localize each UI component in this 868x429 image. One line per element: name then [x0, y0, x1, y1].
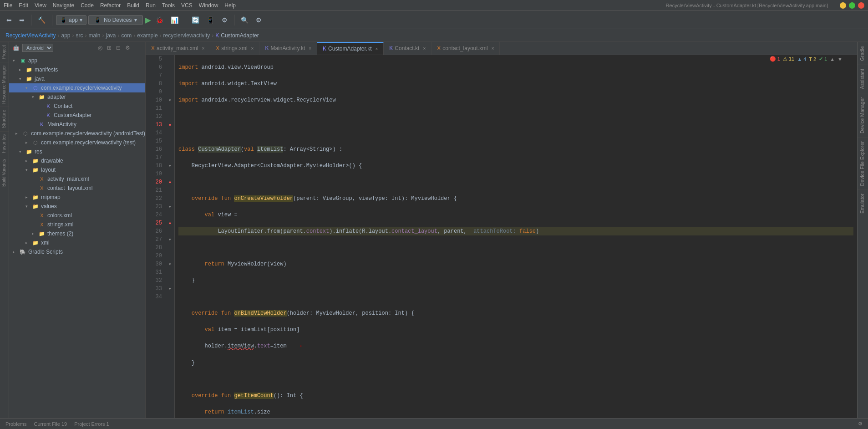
no-devices-dropdown[interactable]: 📱 No Devices ▾: [88, 15, 143, 25]
nav-up-icon[interactable]: ▲: [830, 56, 835, 62]
close-button[interactable]: ×: [858, 2, 864, 9]
tree-item-adapter[interactable]: ▾ 📁 adapter: [9, 92, 145, 102]
status-project-errors[interactable]: Project Errors 1: [74, 421, 109, 427]
tree-item-contact[interactable]: ▸ K Contact: [9, 102, 145, 111]
breadcrumb-file[interactable]: CustomAdapter: [221, 32, 259, 39]
tree-item-values[interactable]: ▾ 📁 values: [9, 202, 145, 211]
tree-item-activity-main-xml[interactable]: ▸ X activity_main.xml: [9, 174, 145, 184]
tree-item-mainactivity[interactable]: ▸ K MainActivity: [9, 120, 145, 129]
tab-contact-layout-xml[interactable]: X contact_layout.xml ×: [431, 42, 500, 55]
minimize-button[interactable]: _: [840, 2, 846, 9]
tree-item-xml[interactable]: ▸ 📁 xml: [9, 238, 145, 247]
tab-contact-kt[interactable]: K Contact.kt ×: [384, 42, 431, 55]
gutter-13[interactable]: ●: [166, 121, 174, 129]
settings-button[interactable]: ⚙: [253, 15, 264, 25]
project-view-select[interactable]: Android Project: [22, 44, 53, 52]
tab-close-contact-layout[interactable]: ×: [492, 46, 494, 51]
maximize-button[interactable]: □: [849, 2, 855, 9]
resource-manager-label[interactable]: Resource Manager: [0, 62, 9, 107]
breadcrumb-java[interactable]: java: [106, 32, 116, 39]
tree-item-contact-layout-xml[interactable]: ▸ X contact_layout.xml: [9, 184, 145, 193]
menu-file[interactable]: File: [4, 2, 12, 9]
nav-down-icon[interactable]: ▼: [838, 56, 843, 62]
tree-item-test[interactable]: ▸ ⬡ com.example.recyclerviewactivity (te…: [9, 138, 145, 147]
collapse-all-button[interactable]: ⊟: [115, 44, 122, 51]
tab-close-activity-main[interactable]: ×: [202, 46, 204, 51]
tree-item-res[interactable]: ▾ 📁 res: [9, 147, 145, 156]
gutter-25[interactable]: ●: [166, 219, 174, 227]
menu-navigate[interactable]: Navigate: [53, 2, 74, 9]
menu-build[interactable]: Build: [127, 2, 139, 9]
app-config-dropdown[interactable]: 📱 app ▾: [56, 15, 86, 25]
tree-item-androidtest[interactable]: ▸ ⬡ com.example.recyclerviewactivity (an…: [9, 129, 145, 138]
menu-tools[interactable]: Tools: [162, 2, 175, 9]
tree-item-gradle[interactable]: ▸ 🐘 Gradle Scripts: [9, 247, 145, 256]
gutter-33[interactable]: ▾: [166, 285, 174, 293]
gutter-23[interactable]: ▾: [166, 203, 174, 211]
code-content[interactable]: import android.view.ViewGroup import and…: [175, 55, 857, 418]
tab-mainactivity-kt[interactable]: K MainActivity.kt ×: [259, 42, 317, 55]
sdk-button[interactable]: ⚙: [219, 15, 230, 25]
status-settings-icon[interactable]: ⚙: [858, 421, 863, 427]
gradle-panel-tab[interactable]: Gradle: [858, 42, 868, 65]
tab-strings-xml[interactable]: X strings.xml ×: [210, 42, 259, 55]
tab-close-customadapter[interactable]: ×: [375, 46, 378, 51]
tree-item-strings-xml[interactable]: ▸ X strings.xml: [9, 220, 145, 229]
tab-close-strings[interactable]: ×: [251, 46, 254, 51]
tab-close-contact[interactable]: ×: [423, 46, 426, 51]
run-button[interactable]: ▶: [145, 15, 151, 25]
menu-run[interactable]: Run: [146, 2, 156, 9]
tree-item-manifests[interactable]: ▸ 📁 manifests: [9, 65, 145, 74]
gutter-30[interactable]: ▾: [166, 260, 174, 268]
tab-customadapter-kt[interactable]: K CustomAdapter.kt ×: [317, 42, 384, 55]
tab-close-mainactivity[interactable]: ×: [309, 46, 311, 51]
gutter-20[interactable]: ●: [166, 178, 174, 186]
assistant-panel-tab[interactable]: Assistant: [858, 65, 868, 93]
breadcrumb-app[interactable]: app: [61, 32, 70, 39]
build-menu-button[interactable]: 🔨: [35, 15, 48, 25]
menu-help[interactable]: Help: [224, 2, 236, 9]
menu-view[interactable]: View: [35, 2, 46, 9]
tree-item-app[interactable]: ▾ ▣ app: [9, 56, 145, 65]
avd-button[interactable]: 📱: [204, 15, 217, 25]
breadcrumb-com[interactable]: com: [122, 32, 132, 39]
close-panel-button[interactable]: —: [133, 44, 142, 51]
breadcrumb-main[interactable]: main: [89, 32, 101, 39]
tree-item-customadapter[interactable]: ▸ K CustomAdapter: [9, 111, 145, 120]
menu-window[interactable]: Window: [199, 2, 218, 9]
gutter-10[interactable]: ▾: [166, 96, 174, 104]
breadcrumb-example[interactable]: example: [137, 32, 157, 39]
tree-item-java[interactable]: ▾ 📁 java: [9, 74, 145, 83]
status-current-file[interactable]: Current File 19: [34, 421, 67, 427]
tree-item-package[interactable]: ▾ ⬡ com.example.recyclerviewactivity: [9, 83, 145, 92]
gutter-27[interactable]: ▾: [166, 235, 174, 244]
status-problems[interactable]: Problems: [5, 421, 26, 427]
debug-button[interactable]: 🐞: [153, 15, 166, 25]
menu-code[interactable]: Code: [81, 2, 94, 9]
tree-item-themes[interactable]: ▸ 📁 themes (2): [9, 229, 145, 238]
forward-button[interactable]: ➡: [16, 15, 27, 25]
menu-vcs[interactable]: VCS: [181, 2, 193, 9]
project-label[interactable]: Project: [0, 42, 9, 62]
menu-edit[interactable]: Edit: [19, 2, 28, 9]
search-button[interactable]: 🔍: [238, 15, 251, 25]
gutter-18[interactable]: ▾: [166, 162, 174, 170]
favorites-label[interactable]: Favorites: [0, 131, 9, 156]
tree-item-layout[interactable]: ▾ 📁 layout: [9, 165, 145, 174]
breadcrumb-pkg[interactable]: recyclerviewactivity: [163, 32, 210, 39]
breadcrumb-root[interactable]: RecyclerViewActivity: [5, 32, 56, 39]
menu-refactor[interactable]: Refactor: [100, 2, 121, 9]
device-manager-tab[interactable]: Device Manager: [858, 93, 868, 137]
build-variants-label[interactable]: Build Variants: [0, 156, 9, 189]
tree-item-mipmap[interactable]: ▸ 📁 mipmap: [9, 193, 145, 202]
back-button[interactable]: ⬅: [4, 15, 15, 25]
tree-item-drawable[interactable]: ▸ 📁 drawable: [9, 156, 145, 165]
sync-button[interactable]: 🔄: [189, 15, 202, 25]
tree-item-colors-xml[interactable]: ▸ X colors.xml: [9, 211, 145, 220]
code-editor[interactable]: 🔴 1 ⚠ 11 ▲ 4 T 2 ✔ 1 ▲ ▼ 5 6 7 8 9 10 11…: [146, 55, 857, 418]
locate-button[interactable]: ◎: [96, 44, 104, 51]
profile-button[interactable]: 📊: [168, 15, 181, 25]
device-file-explorer-tab[interactable]: Device File Explorer: [858, 137, 868, 189]
emulator-tab[interactable]: Emulator: [858, 189, 868, 217]
structure-label[interactable]: Structure: [0, 107, 9, 131]
